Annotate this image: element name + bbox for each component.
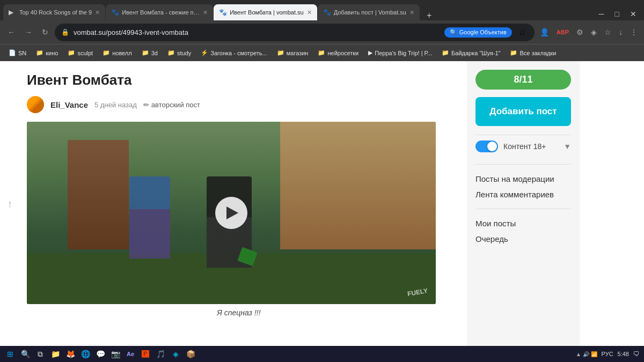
window-controls: ─ □ ✕ — [595, 8, 641, 20]
tab-favicon-3: 🐾 — [219, 9, 226, 16]
tab-vombat-feed[interactable]: 🐾 Ивент Вомбата - свежие пост... ✕ — [106, 4, 213, 20]
bookmark-peppa[interactable]: ▶ Перра's Big Trip! | Р... — [364, 48, 436, 57]
tab-close-3[interactable]: ✕ — [307, 9, 312, 16]
bookmark-study[interactable]: 📁 study — [163, 48, 195, 57]
main-content: Ивент Вомбата Eli_Vance 5 дней назад ✏ а… — [0, 61, 467, 346]
page-content: ↑ Ивент Вомбата Eli_Vance 5 дней назад ✏… — [0, 61, 644, 346]
address-input[interactable] — [74, 28, 440, 36]
bookmark-all-icon: 📁 — [510, 49, 517, 56]
tab-label-1: Top 40 Rock Songs of the 9 — [19, 9, 92, 16]
close-window-button[interactable]: ✕ — [626, 8, 641, 20]
google-lens-button[interactable]: 🔍 Google Объектив — [444, 27, 512, 38]
language-indicator[interactable]: РУС — [602, 351, 613, 357]
tab-favicon-2: 🐾 — [111, 9, 119, 16]
tab-close-4[interactable]: ✕ — [409, 9, 414, 16]
video-caption: Я спецназ !!! — [27, 308, 451, 317]
taskbar-task-view[interactable]: ⧉ — [34, 348, 46, 360]
sidebar: 8/11 Добавить пост Контент 18+ ▼ Посты н… — [467, 61, 580, 346]
sidebar-link-my-posts[interactable]: Мои посты — [475, 216, 571, 231]
taskbar-app2[interactable]: 🎵 — [155, 348, 166, 360]
taskbar-firefox[interactable]: 🦊 — [64, 348, 76, 360]
bookmark-folder-icon-7: 📁 — [318, 49, 325, 56]
bookmark-folder-icon-8: 📁 — [442, 49, 449, 56]
bookmark-all[interactable]: 📁 Все закладки — [506, 48, 560, 57]
restore-button[interactable]: □ — [611, 8, 624, 20]
author-name[interactable]: Eli_Vance — [50, 100, 88, 109]
bookmark-folder-icon-2: 📁 — [68, 49, 75, 56]
notification-icon[interactable]: 🗨 — [633, 350, 640, 358]
bookmark-star-icon[interactable]: ☆ — [516, 26, 528, 39]
tab-label-4: Добавить пост | Vombat.su — [334, 9, 406, 16]
extension-icon-3[interactable]: ☆ — [602, 27, 613, 38]
tab-favicon-1: ▶ — [9, 9, 16, 16]
taskbar-app3[interactable]: ◈ — [170, 348, 181, 360]
bookmark-shop[interactable]: 📁 магазин — [273, 48, 313, 57]
bookmark-3d[interactable]: 📁 3d — [137, 48, 162, 57]
back-button[interactable]: ← — [4, 26, 18, 39]
add-post-button[interactable]: Добавить пост — [475, 97, 571, 126]
bookmark-zagonka[interactable]: ⚡ Загонка - смотреть... — [196, 48, 271, 57]
bookmark-sculpt[interactable]: 📁 sculpt — [63, 48, 97, 57]
play-button[interactable] — [215, 197, 247, 229]
sidebar-divider-1 — [475, 164, 571, 165]
bookmark-folder-icon: 📁 — [36, 49, 43, 56]
taskbar-search[interactable]: 🔍 — [19, 348, 31, 360]
tab-favicon-4: 🐾 — [323, 9, 331, 16]
lens-label: Google Объектив — [459, 29, 507, 35]
bookmark-icon-sn: 📄 — [9, 49, 16, 56]
taskbar-system-tray: ▲ 🔊 📶 РУС 5:48 🗨 — [576, 350, 640, 358]
extension-icon-1[interactable]: ⚙ — [574, 27, 586, 38]
tab-add-post[interactable]: 🐾 Добавить пост | Vombat.su ✕ — [318, 4, 420, 20]
bookmark-novel[interactable]: 📁 новелл — [98, 48, 136, 57]
expand-icon[interactable]: ▼ — [564, 142, 571, 151]
tab-close-1[interactable]: ✕ — [95, 9, 100, 16]
bookmark-neuro[interactable]: 📁 нейросетки — [313, 48, 363, 57]
bookmark-kino[interactable]: 📁 кино — [32, 48, 62, 57]
tab-youtube[interactable]: ▶ Top 40 Rock Songs of the 9 ✕ — [3, 4, 105, 20]
adblock-icon[interactable]: ABP — [554, 28, 571, 36]
taskbar-explorer[interactable]: 📁 — [49, 348, 61, 360]
bookmark-sn[interactable]: 📄 SN — [4, 48, 31, 57]
taskbar-aftereffects[interactable]: Ae — [125, 348, 136, 360]
bookmark-kayak[interactable]: 📁 Байдарка "Шуя-1" — [437, 48, 504, 57]
sidebar-link-moderation[interactable]: Посты на модерации — [475, 171, 571, 187]
taskbar-chrome[interactable]: 🌐 — [79, 348, 91, 360]
toggle-track — [475, 141, 498, 152]
taskbar-app1[interactable]: 🅿 — [140, 348, 151, 360]
video-player[interactable]: FUELY — [27, 122, 436, 304]
forward-button[interactable]: → — [21, 26, 35, 39]
sidebar-link-queue[interactable]: Очередь — [475, 231, 571, 247]
address-bar[interactable]: 🔒 🔍 Google Объектив ☆ — [55, 24, 535, 41]
sidebar-divider-2 — [475, 209, 571, 209]
play-icon — [226, 206, 238, 219]
start-button[interactable]: ⊞ — [4, 348, 16, 360]
minimize-button[interactable]: ─ — [595, 8, 609, 20]
bookmark-zap-icon: ⚡ — [201, 49, 208, 56]
more-icon[interactable]: ⋮ — [628, 27, 640, 38]
taskbar-camera[interactable]: 📷 — [109, 348, 121, 360]
profile-icon[interactable]: 👤 — [538, 27, 551, 38]
bookmark-folder-icon-5: 📁 — [167, 49, 175, 56]
bookmark-folder-icon-4: 📁 — [142, 49, 149, 56]
downloads-icon[interactable]: ↓ — [617, 27, 625, 38]
taskbar-messenger[interactable]: 💬 — [94, 348, 106, 360]
new-tab-button[interactable]: + — [422, 11, 436, 20]
tab-close-2[interactable]: ✕ — [203, 9, 208, 16]
content-toggle[interactable] — [475, 141, 498, 152]
reload-button[interactable]: ↻ — [39, 26, 52, 39]
author-avatar[interactable] — [27, 96, 44, 113]
extension-icon-2[interactable]: ◈ — [589, 27, 599, 38]
tab-label-3: Ивент Вомбата | vombat.su — [230, 9, 303, 16]
bookmark-folder-icon-6: 📁 — [277, 49, 284, 56]
bookmark-play-icon: ▶ — [368, 49, 372, 56]
bookmarks-bar: 📄 SN 📁 кино 📁 sculpt 📁 новелл 📁 3d 📁 stu… — [0, 44, 644, 61]
tray-icons: ▲ 🔊 📶 — [576, 351, 597, 357]
address-bar-row: ← → ↻ 🔒 🔍 Google Объектив ☆ 👤 ABP ⚙ ◈ ☆ … — [0, 20, 644, 44]
author-badge: ✏ авторский пост — [143, 101, 200, 109]
content-label: Контент 18+ — [503, 142, 558, 151]
taskbar-app4[interactable]: 📦 — [185, 348, 196, 360]
browser-chrome: ▶ Top 40 Rock Songs of the 9 ✕ 🐾 Ивент В… — [0, 0, 644, 61]
tab-vombat-post[interactable]: 🐾 Ивент Вомбата | vombat.su ✕ — [214, 4, 317, 20]
sidebar-link-comments[interactable]: Лента комментариев — [475, 187, 571, 202]
tab-bar: ▶ Top 40 Rock Songs of the 9 ✕ 🐾 Ивент В… — [0, 0, 644, 20]
